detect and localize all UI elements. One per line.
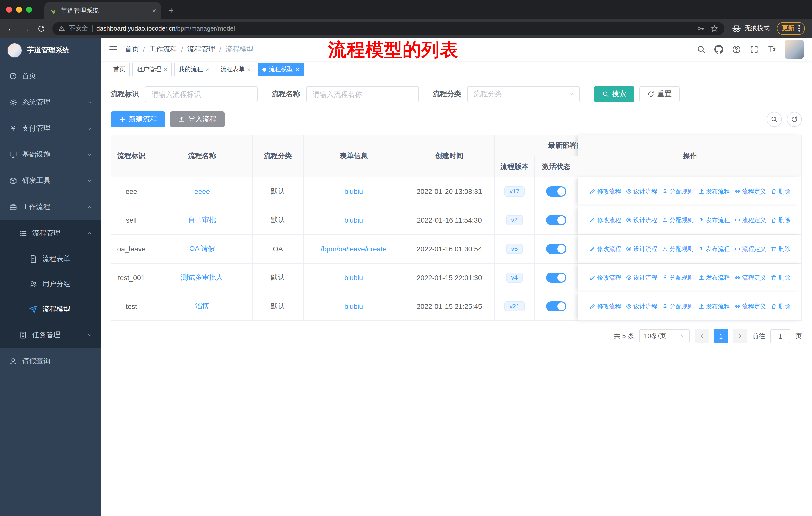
design-action-link[interactable]: 设计流程 <box>626 273 658 282</box>
breadcrumb-home[interactable]: 首页 <box>125 45 139 54</box>
user-avatar[interactable] <box>785 40 804 59</box>
edit-action-link[interactable]: 修改流程 <box>589 245 621 253</box>
back-button[interactable]: ← <box>7 24 15 33</box>
tag-home[interactable]: 首页 <box>109 63 130 76</box>
sidebar-item-devtools[interactable]: 研发工具 <box>0 168 101 194</box>
tag-process-model[interactable]: 流程模型 × <box>258 63 303 76</box>
definition-action-link[interactable]: 流程定义 <box>734 187 766 196</box>
process-name-link[interactable]: 滔博 <box>195 302 209 310</box>
current-page-button[interactable]: 1 <box>714 329 728 343</box>
delete-action-link[interactable]: 删除 <box>771 187 790 196</box>
close-window-button[interactable] <box>6 6 12 12</box>
process-name-link[interactable]: 测试多审批人 <box>181 273 223 281</box>
search-icon[interactable] <box>697 45 706 54</box>
breadcrumb-process-management[interactable]: 流程管理 <box>187 45 215 54</box>
publish-action-link[interactable]: 发布流程 <box>698 245 730 253</box>
active-toggle[interactable] <box>546 244 566 254</box>
sidebar-collapse-button[interactable] <box>109 45 118 54</box>
browser-menu-icon[interactable] <box>799 25 800 32</box>
delete-action-link[interactable]: 删除 <box>771 273 790 282</box>
form-info-link[interactable]: biubiu <box>344 216 363 224</box>
edit-action-link[interactable]: 修改流程 <box>589 273 621 282</box>
tab-close-icon[interactable]: × <box>152 6 156 15</box>
design-action-link[interactable]: 设计流程 <box>626 302 658 311</box>
assign-rule-action-link[interactable]: 分配规则 <box>662 187 694 196</box>
font-size-icon[interactable] <box>767 45 776 54</box>
tag-tenant-management[interactable]: 租户管理 × <box>133 63 172 76</box>
definition-action-link[interactable]: 流程定义 <box>734 216 766 224</box>
definition-action-link[interactable]: 流程定义 <box>734 302 766 311</box>
sidebar-item-infrastructure[interactable]: 基础设施 <box>0 142 101 168</box>
design-action-link[interactable]: 设计流程 <box>626 216 658 224</box>
password-key-icon[interactable] <box>697 25 704 32</box>
tag-close-icon[interactable]: × <box>295 66 299 73</box>
bookmark-star-icon[interactable] <box>710 24 718 32</box>
sidebar-item-leave-query[interactable]: 请假查询 <box>0 348 101 374</box>
delete-action-link[interactable]: 删除 <box>771 216 790 224</box>
design-action-link[interactable]: 设计流程 <box>626 245 658 253</box>
form-info-link[interactable]: biubiu <box>344 274 363 282</box>
publish-action-link[interactable]: 发布流程 <box>698 273 730 282</box>
form-info-link[interactable]: biubiu <box>344 302 363 310</box>
sidebar-item-process-form[interactable]: 流程表单 <box>0 246 101 272</box>
browser-tab[interactable]: 芋道管理系统 × <box>44 2 161 19</box>
import-process-button[interactable]: 导入流程 <box>170 111 225 128</box>
publish-action-link[interactable]: 发布流程 <box>698 302 730 311</box>
minimize-window-button[interactable] <box>16 6 22 12</box>
next-page-button[interactable] <box>733 329 747 343</box>
address-bar[interactable]: 不安全 dashboard.yudao.iocoder.cn/bpm/manag… <box>52 22 724 35</box>
assign-rule-action-link[interactable]: 分配规则 <box>662 302 694 311</box>
sidebar-item-workflow[interactable]: 工作流程 <box>0 194 101 220</box>
tag-process-form[interactable]: 流程表单 × <box>216 63 255 76</box>
process-category-select[interactable]: 流程分类 <box>467 86 580 102</box>
tag-my-process[interactable]: 我的流程 × <box>174 63 213 76</box>
page-size-select[interactable]: 10条/页 <box>639 329 690 343</box>
sidebar-item-user-group[interactable]: 用户分组 <box>0 272 101 297</box>
delete-action-link[interactable]: 删除 <box>771 245 790 253</box>
zoom-window-button[interactable] <box>26 6 32 12</box>
form-info-link[interactable]: /bpm/oa/leave/create <box>321 245 387 253</box>
fullscreen-icon[interactable] <box>750 45 759 54</box>
new-tab-button[interactable]: + <box>164 3 178 18</box>
browser-update-button[interactable]: 更新 <box>777 22 805 35</box>
process-name-link[interactable]: 自己审批 <box>188 216 216 224</box>
forward-button[interactable]: → <box>22 24 30 33</box>
definition-action-link[interactable]: 流程定义 <box>734 273 766 282</box>
sidebar-item-system[interactable]: 系统管理 <box>0 89 101 115</box>
sidebar-item-process-management[interactable]: 流程管理 <box>0 220 101 246</box>
breadcrumb-workflow[interactable]: 工作流程 <box>149 45 177 54</box>
prev-page-button[interactable] <box>695 329 709 343</box>
tag-close-icon[interactable]: × <box>247 66 251 73</box>
definition-action-link[interactable]: 流程定义 <box>734 245 766 253</box>
process-name-link[interactable]: eeee <box>194 187 210 195</box>
tag-close-icon[interactable]: × <box>205 66 209 73</box>
assign-rule-action-link[interactable]: 分配规则 <box>662 245 694 253</box>
delete-action-link[interactable]: 删除 <box>771 302 790 311</box>
help-icon[interactable] <box>732 45 741 54</box>
form-info-link[interactable]: biubiu <box>344 187 363 195</box>
assign-rule-action-link[interactable]: 分配规则 <box>662 273 694 282</box>
sidebar-item-payment[interactable]: ¥ 支付管理 <box>0 115 101 142</box>
create-process-button[interactable]: 新建流程 <box>111 111 165 128</box>
publish-action-link[interactable]: 发布流程 <box>698 187 730 196</box>
tag-close-icon[interactable]: × <box>164 66 167 73</box>
search-button[interactable]: 搜索 <box>594 86 634 102</box>
reset-button[interactable]: 重置 <box>639 86 679 102</box>
sidebar-item-task-management[interactable]: 任务管理 <box>0 322 101 348</box>
sidebar-item-home[interactable]: 首页 <box>0 63 101 89</box>
active-toggle[interactable] <box>546 215 566 225</box>
edit-action-link[interactable]: 修改流程 <box>589 187 621 196</box>
publish-action-link[interactable]: 发布流程 <box>698 216 730 224</box>
edit-action-link[interactable]: 修改流程 <box>589 216 621 224</box>
toggle-search-button[interactable] <box>767 112 782 127</box>
design-action-link[interactable]: 设计流程 <box>626 187 658 196</box>
goto-page-input[interactable] <box>770 329 790 343</box>
github-icon[interactable] <box>714 45 723 54</box>
assign-rule-action-link[interactable]: 分配规则 <box>662 216 694 224</box>
process-name-link[interactable]: OA 请假 <box>189 244 215 252</box>
active-toggle[interactable] <box>546 301 566 311</box>
refresh-table-button[interactable] <box>787 112 802 127</box>
active-toggle[interactable] <box>546 186 566 196</box>
reload-button[interactable] <box>37 24 45 32</box>
process-name-input[interactable] <box>306 86 419 102</box>
